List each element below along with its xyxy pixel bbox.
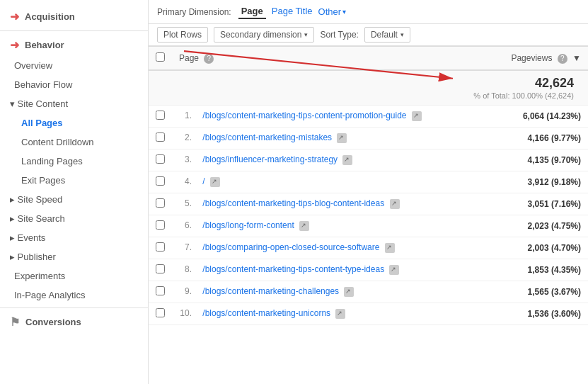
external-link-icon[interactable] bbox=[390, 199, 400, 209]
row-checkbox[interactable] bbox=[156, 132, 165, 142]
total-checkbox-cell bbox=[149, 70, 172, 105]
acquisition-icon: ➜ bbox=[10, 10, 19, 23]
row-page-cell: 9. /blogs/content-marketing-challenges bbox=[172, 281, 454, 303]
row-checkbox[interactable] bbox=[156, 264, 165, 273]
row-pageviews-cell: 3,051 (7.16%) bbox=[454, 193, 588, 215]
row-pageviews-pct: (9.70%) bbox=[551, 155, 581, 165]
row-pageviews-cell: 2,023 (4.75%) bbox=[454, 215, 588, 237]
row-checkbox[interactable] bbox=[156, 286, 165, 295]
row-page-link[interactable]: / bbox=[202, 176, 204, 186]
dim-tab-page-title[interactable]: Page Title bbox=[269, 4, 316, 19]
row-page-link[interactable]: /blogs/influencer-marketing-strategy bbox=[202, 154, 338, 164]
secondary-dim-caret-icon: ▾ bbox=[304, 31, 308, 38]
pageviews-help-icon[interactable]: ? bbox=[558, 54, 567, 64]
external-link-icon[interactable] bbox=[337, 133, 347, 143]
external-link-icon[interactable] bbox=[210, 177, 220, 187]
row-number: 9. bbox=[179, 286, 196, 296]
row-page-cell: 10. /blogs/content-marketing-unicorns bbox=[172, 303, 454, 324]
row-number: 2. bbox=[179, 132, 196, 142]
table-row: 2. /blogs/content-marketing-mistakes 4,1… bbox=[149, 127, 588, 149]
main-content: Primary Dimension: Page Page Title Other… bbox=[149, 0, 588, 384]
external-link-icon[interactable] bbox=[299, 221, 309, 231]
row-checkbox[interactable] bbox=[156, 198, 165, 208]
total-pageviews-pct: % of Total: 100.00% (42,624) bbox=[461, 91, 581, 100]
row-number: 3. bbox=[179, 154, 196, 164]
sidebar-item-landing-pages[interactable]: Landing Pages bbox=[7, 152, 148, 171]
sidebar-item-overview[interactable]: Overview bbox=[0, 56, 148, 75]
row-page-link[interactable]: /blogs/long-form-content bbox=[202, 220, 294, 230]
row-pageviews-pct: (4.75%) bbox=[551, 221, 581, 231]
conversions-icon: ⚑ bbox=[10, 315, 20, 329]
th-checkbox bbox=[149, 47, 172, 71]
secondary-dimension-dropdown[interactable]: Secondary dimension ▾ bbox=[214, 27, 314, 43]
row-checkbox[interactable] bbox=[156, 154, 165, 164]
total-label-cell bbox=[172, 70, 454, 105]
sidebar-item-site-search[interactable]: ▸ Site Search bbox=[0, 209, 148, 228]
data-table: Page ? Pageviews ? ▼ 42,624 % of Total: … bbox=[149, 46, 588, 325]
sidebar-item-all-pages[interactable]: All Pages bbox=[7, 113, 148, 132]
row-checkbox[interactable] bbox=[156, 242, 165, 252]
dim-tab-other[interactable]: Other ▾ bbox=[318, 6, 347, 17]
row-number: 5. bbox=[179, 198, 196, 208]
row-checkbox-cell bbox=[149, 193, 172, 215]
sidebar-label-acquisition: Acquisition bbox=[25, 11, 75, 22]
row-pageviews-cell: 2,003 (4.70%) bbox=[454, 237, 588, 259]
row-pageviews-cell: 6,064 (14.23%) bbox=[454, 105, 588, 127]
row-page-link[interactable]: /blogs/comparing-open-closed-source-soft… bbox=[202, 242, 379, 252]
sidebar-item-behavior-flow[interactable]: Behavior Flow bbox=[0, 75, 148, 94]
sidebar-label-conversions: Conversions bbox=[25, 317, 81, 327]
row-checkbox-cell bbox=[149, 237, 172, 259]
row-pageviews-pct: (9.18%) bbox=[551, 177, 581, 187]
sidebar-item-events[interactable]: ▸ Events bbox=[0, 228, 148, 247]
sidebar-item-publisher[interactable]: ▸ Publisher bbox=[0, 247, 148, 266]
sort-type-dropdown[interactable]: Default ▾ bbox=[364, 27, 410, 43]
external-link-icon[interactable] bbox=[342, 155, 352, 165]
page-help-icon[interactable]: ? bbox=[204, 54, 214, 64]
row-checkbox[interactable] bbox=[156, 176, 165, 186]
sort-type-label: Sort Type: bbox=[320, 30, 358, 40]
row-checkbox-cell bbox=[149, 171, 172, 193]
primary-dimension-label: Primary Dimension: bbox=[157, 7, 231, 17]
row-page-cell: 5. /blogs/content-marketing-tips-blog-co… bbox=[172, 193, 454, 215]
table-row: 4. / 3,912 (9.18%) bbox=[149, 171, 588, 193]
row-page-link[interactable]: /blogs/content-marketing-tips-content-pr… bbox=[202, 111, 406, 120]
row-checkbox[interactable] bbox=[156, 308, 165, 317]
sidebar-item-site-content[interactable]: ▾ Site Content bbox=[0, 94, 148, 113]
row-checkbox-cell bbox=[149, 149, 172, 171]
sidebar-item-exit-pages[interactable]: Exit Pages bbox=[7, 171, 148, 190]
sidebar-section-behavior[interactable]: ➜ Behavior bbox=[0, 34, 148, 56]
table-row: 9. /blogs/content-marketing-challenges 1… bbox=[149, 281, 588, 303]
external-link-icon[interactable] bbox=[385, 243, 395, 253]
external-link-icon[interactable] bbox=[389, 265, 399, 275]
row-page-link[interactable]: /blogs/content-marketing-tips-content-ty… bbox=[202, 264, 384, 274]
sidebar-section-conversions[interactable]: ⚑ Conversions bbox=[0, 311, 148, 333]
sidebar-item-site-speed[interactable]: ▸ Site Speed bbox=[0, 190, 148, 209]
pageviews-sort-icon: ▼ bbox=[572, 53, 581, 63]
dim-tab-page[interactable]: Page bbox=[238, 4, 266, 19]
sidebar-item-content-drilldown[interactable]: Content Drilldown bbox=[7, 132, 148, 152]
row-pageviews-cell: 1,853 (4.35%) bbox=[454, 259, 588, 281]
select-all-checkbox[interactable] bbox=[156, 52, 165, 62]
divider-1 bbox=[0, 30, 148, 31]
sidebar-item-inpage-analytics[interactable]: In-Page Analytics bbox=[0, 286, 148, 305]
other-caret-icon: ▾ bbox=[342, 8, 346, 16]
sidebar-section-acquisition[interactable]: ➜ Acquisition bbox=[0, 6, 148, 28]
sidebar-item-experiments[interactable]: Experiments bbox=[0, 266, 148, 286]
external-link-icon[interactable] bbox=[335, 309, 345, 319]
behavior-icon: ➜ bbox=[10, 38, 19, 52]
row-number: 8. bbox=[179, 264, 196, 274]
row-checkbox-cell bbox=[149, 281, 172, 303]
plot-rows-button[interactable]: Plot Rows bbox=[157, 27, 208, 43]
table-row: 8. /blogs/content-marketing-tips-content… bbox=[149, 259, 588, 281]
row-page-link[interactable]: /blogs/content-marketing-challenges bbox=[202, 286, 339, 296]
external-link-icon[interactable] bbox=[344, 287, 354, 297]
row-checkbox-cell bbox=[149, 259, 172, 281]
row-page-link[interactable]: /blogs/content-marketing-mistakes bbox=[202, 132, 332, 142]
external-link-icon[interactable] bbox=[412, 111, 422, 121]
row-page-link[interactable]: /blogs/content-marketing-tips-blog-conte… bbox=[202, 198, 384, 208]
row-number: 4. bbox=[179, 176, 196, 186]
row-checkbox[interactable] bbox=[156, 111, 165, 120]
row-checkbox[interactable] bbox=[156, 220, 165, 230]
row-checkbox-cell bbox=[149, 127, 172, 149]
row-page-link[interactable]: /blogs/content-marketing-unicorns bbox=[202, 308, 330, 318]
